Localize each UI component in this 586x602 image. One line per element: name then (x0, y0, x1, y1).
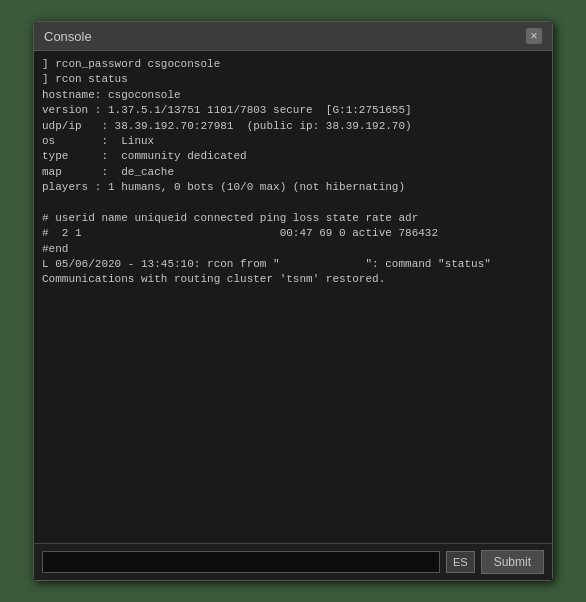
console-output: ] rcon_password csgoconsole ] rcon statu… (34, 51, 552, 543)
input-bar: ES Submit (34, 543, 552, 580)
console-input[interactable] (42, 551, 440, 573)
es-button[interactable]: ES (446, 551, 475, 573)
close-button[interactable]: × (526, 28, 542, 44)
title-bar: Console × (34, 22, 552, 51)
submit-button[interactable]: Submit (481, 550, 544, 574)
window-title: Console (44, 29, 92, 44)
console-window: Console × ] rcon_password csgoconsole ] … (33, 21, 553, 581)
